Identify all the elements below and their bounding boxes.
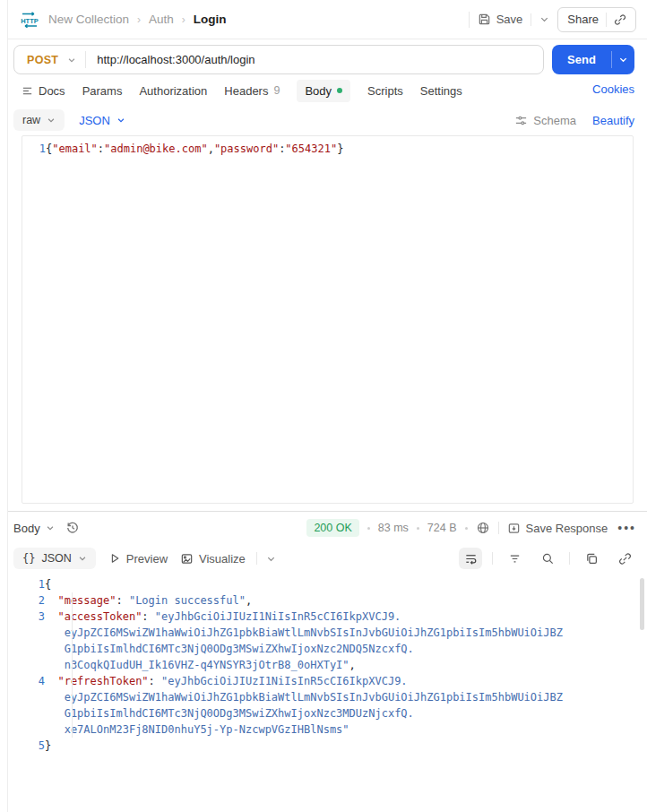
line-number: [8, 641, 45, 657]
code-token: }: [337, 143, 343, 155]
save-response-button[interactable]: Save Response: [507, 522, 608, 535]
tab-headers-label: Headers: [224, 84, 268, 98]
request-url-bar: POST http://localhost:3000/auth/login: [13, 45, 544, 74]
chevron-down-icon: [46, 523, 55, 532]
code-token: "admin@bike.com": [104, 143, 208, 155]
body-language-value: JSON: [79, 114, 110, 127]
line-number: 2: [8, 592, 45, 609]
tab-docs[interactable]: Docs: [22, 84, 65, 98]
tab-params[interactable]: Params: [82, 84, 123, 98]
save-button[interactable]: Save: [478, 13, 523, 26]
send-button[interactable]: Send: [552, 45, 634, 74]
copy-icon[interactable]: [580, 548, 603, 569]
code-line: n3CoqkQIudUH_Ik16VHZ-q4YNSYR3jOtrB8_0oHX…: [8, 657, 647, 673]
tab-authorization[interactable]: Authorization: [139, 84, 207, 98]
breadcrumb-collection[interactable]: New Collection: [48, 13, 129, 26]
line-number: [8, 705, 45, 721]
filter-icon[interactable]: [503, 548, 526, 569]
line-number: [8, 689, 45, 705]
link-icon[interactable]: [614, 13, 626, 26]
send-options-chevron-icon[interactable]: [612, 45, 634, 74]
toolbar-divider: [498, 522, 499, 534]
code-line-text: "message": "Login successful",: [45, 592, 252, 609]
line-number: 5: [8, 738, 45, 754]
line-number: 1: [22, 141, 46, 157]
body-controls-right: Schema Beautify: [514, 114, 634, 127]
code-line: 1{"email":"admin@bike.com","password":"6…: [22, 141, 633, 157]
breadcrumb-request-name[interactable]: Login: [194, 13, 227, 26]
line-number: 3: [8, 609, 45, 625]
url-input[interactable]: http://localhost:3000/auth/login: [86, 53, 254, 66]
breadcrumb-separator-icon: ›: [137, 13, 141, 26]
search-icon[interactable]: [536, 548, 559, 569]
meta-dot-icon: [465, 527, 468, 530]
chevron-down-icon: [47, 116, 56, 125]
code-line: eyJpZCI6MSwiZW1haWwiOiJhZG1pbkBiaWtlLmNv…: [8, 625, 647, 641]
response-size: 724 B: [427, 522, 457, 534]
response-body-viewer[interactable]: 1{2"message": "Login successful",3"acces…: [8, 574, 647, 812]
response-scrollbar[interactable]: [640, 578, 644, 630]
request-body-editor[interactable]: 1{"email":"admin@bike.com","password":"6…: [22, 135, 634, 504]
code-token: "eyJhbGciOiJIUzI1NiIsInR5cCI6IkpXVCJ9.: [161, 675, 408, 687]
wrap-text-button[interactable]: [459, 548, 482, 569]
code-line-text: }: [45, 738, 51, 754]
tab-scripts[interactable]: Scripts: [367, 84, 403, 98]
view-options-chevron-icon[interactable]: [266, 554, 276, 564]
beautify-button[interactable]: Beautify: [592, 114, 634, 127]
breadcrumb-folder[interactable]: Auth: [149, 13, 174, 26]
save-button-label: Save: [496, 13, 523, 26]
response-time: 83 ms: [378, 522, 409, 534]
code-line-text: {: [45, 576, 51, 592]
body-controls-row: raw JSON Schema Beautify: [13, 107, 634, 134]
code-token: xe7ALOnM23Fj8NID0nhuY5j-Yp-NzcwpVGzIHBlN…: [65, 723, 349, 736]
code-token: "email": [52, 143, 98, 155]
code-token: ,: [349, 659, 356, 671]
breadcrumb: HTTP New Collection › Auth › Login: [19, 12, 227, 28]
body-mode-select[interactable]: raw: [13, 109, 65, 131]
code-token: :: [149, 675, 161, 687]
history-icon[interactable]: [65, 521, 80, 535]
save-options-chevron-icon[interactable]: [539, 14, 549, 24]
api-client-window: HTTP New Collection › Auth › Login: [0, 0, 647, 812]
line-number: 4: [8, 673, 45, 689]
line-number: [8, 721, 45, 738]
line-number: [8, 625, 45, 641]
code-line-text: "refreshToken": "eyJhbGciOiJIUzI1NiIsInR…: [45, 673, 408, 689]
code-line: 1{: [8, 576, 647, 592]
line-number: [8, 657, 45, 673]
response-format-select[interactable]: {} JSON: [13, 548, 96, 569]
visualize-button[interactable]: Visualize: [180, 552, 246, 566]
globe-icon[interactable]: [476, 521, 490, 535]
code-token: :: [142, 610, 154, 623]
code-line: G1pbiIsImlhdCI6MTc3NjQ0ODg3MSwiZXhwIjoxN…: [8, 705, 647, 721]
share-button[interactable]: Share: [557, 7, 636, 32]
send-button-label[interactable]: Send: [552, 45, 611, 74]
method-selector[interactable]: POST: [14, 54, 67, 66]
tab-headers[interactable]: Headers 9: [224, 84, 280, 98]
http-icon: HTTP: [19, 12, 40, 28]
tab-body-label: Body: [305, 84, 332, 98]
code-line-text: G1pbiIsImlhdCI6MTc3NjQ0ODg3MSwiZXhwIjoxN…: [45, 641, 414, 657]
schema-button[interactable]: Schema: [514, 114, 576, 127]
method-chevron-icon[interactable]: [67, 56, 76, 65]
code-line: xe7ALOnM23Fj8NID0nhuY5j-Yp-NzcwpVGzIHBlN…: [8, 721, 647, 738]
svg-text:HTTP: HTTP: [21, 16, 39, 24]
tab-body[interactable]: Body: [297, 80, 350, 102]
code-token: G1pbiIsImlhdCI6MTc3NjQ0ODg3MSwiZXhwIjoxN…: [65, 643, 414, 655]
body-language-select[interactable]: JSON: [79, 114, 125, 127]
code-line-text: eyJpZCI6MSwiZW1haWwiOiJhZG1pbkBiaWtlLmNv…: [45, 689, 563, 705]
response-body-select[interactable]: Body: [13, 522, 55, 535]
share-button-label: Share: [567, 13, 599, 26]
tab-settings[interactable]: Settings: [420, 84, 462, 98]
code-line: 2"message": "Login successful",: [8, 592, 647, 609]
tab-params-label: Params: [82, 84, 123, 98]
request-tabs: Docs Params Authorization Headers 9 Body…: [22, 76, 462, 105]
link-icon[interactable]: [613, 548, 636, 569]
status-badge: 200 OK: [306, 519, 358, 537]
code-token: eyJpZCI6MSwiZW1haWwiOiJhZG1pbkBiaWtlLmNv…: [65, 691, 563, 704]
more-options-button[interactable]: •••: [617, 521, 636, 535]
cookies-link[interactable]: Cookies: [592, 82, 634, 96]
preview-button[interactable]: Preview: [108, 552, 168, 566]
code-line: eyJpZCI6MSwiZW1haWwiOiJhZG1pbkBiaWtlLmNv…: [8, 689, 647, 705]
meta-dot-icon: [417, 527, 419, 530]
